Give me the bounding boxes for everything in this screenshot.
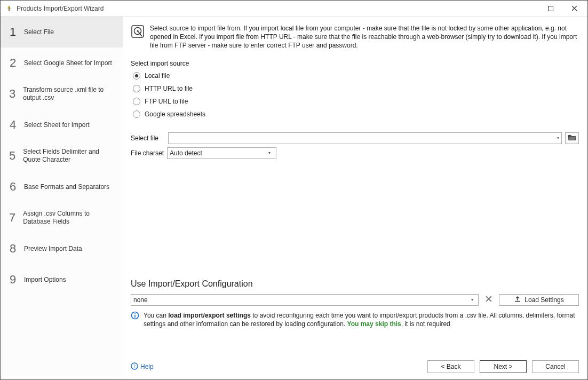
- radio-google-spreadsheets[interactable]: Google spreadsheets: [131, 109, 579, 120]
- maximize-button[interactable]: [538, 1, 562, 16]
- description-row: Select source to import file from. If yo…: [131, 24, 579, 50]
- step-label: Select Fields Delimiter and Quote Charac…: [23, 148, 116, 164]
- step-number: 1: [9, 25, 17, 39]
- cancel-button[interactable]: Cancel: [532, 360, 579, 373]
- load-settings-button[interactable]: Load Settings: [499, 294, 579, 306]
- radio-local-file[interactable]: Local file: [131, 70, 579, 81]
- select-file-label: Select file: [131, 134, 165, 142]
- dropdown-caret-icon[interactable]: ▾: [554, 136, 561, 140]
- step-2[interactable]: 2 Select Google Sheet for Import: [1, 48, 123, 78]
- config-note: You can load import/export settings to a…: [131, 311, 579, 328]
- radio-icon: [133, 110, 140, 118]
- step-label: Select File: [24, 28, 54, 36]
- radio-label: HTTP URL to file: [145, 85, 193, 92]
- config-note-text: You can load import/export settings to a…: [144, 311, 579, 328]
- radio-label: Google spreadsheets: [145, 110, 205, 118]
- step-number: 8: [9, 242, 17, 256]
- step-8[interactable]: 8 Preview Import Data: [1, 233, 123, 264]
- config-select[interactable]: none ▾: [131, 294, 479, 306]
- import-source-label: Select import source: [131, 60, 579, 67]
- step-label: Select Google Sheet for Import: [24, 59, 112, 67]
- body: 1 Select File 2 Select Google Sheet for …: [1, 17, 587, 379]
- next-button[interactable]: Next >: [480, 360, 527, 373]
- dropdown-caret-icon: ▾: [265, 151, 274, 155]
- radio-http-url[interactable]: HTTP URL to file: [131, 83, 579, 94]
- config-select-value: none: [133, 296, 468, 304]
- step-label: Select Sheet for Import: [24, 121, 90, 129]
- svg-rect-13: [134, 315, 136, 318]
- step-number: 9: [9, 273, 17, 287]
- dropdown-caret-icon: ▾: [468, 297, 476, 302]
- step-1[interactable]: 1 Select File: [1, 17, 123, 48]
- step-number: 4: [9, 118, 17, 132]
- step-7[interactable]: 7 Assign .csv Columns to Database Fields: [1, 202, 123, 233]
- step-number: 3: [9, 87, 15, 101]
- upload-icon: [514, 295, 521, 304]
- radio-icon: [133, 85, 140, 92]
- step-label: Assign .csv Columns to Database Fields: [23, 210, 116, 226]
- clear-config-button[interactable]: [483, 294, 495, 306]
- svg-point-12: [134, 313, 136, 314]
- radio-label: Local file: [145, 72, 170, 80]
- wizard-steps-sidebar: 1 Select File 2 Select Google Sheet for …: [1, 17, 123, 379]
- back-button[interactable]: < Back: [427, 360, 474, 373]
- import-source-group: Local file HTTP URL to file FTP URL to f…: [131, 70, 579, 120]
- svg-text:?: ?: [133, 363, 136, 369]
- window-title: Products Import/Export Wizard: [17, 5, 538, 12]
- step-9[interactable]: 9 Import Options: [1, 264, 123, 295]
- radio-icon: [133, 98, 140, 105]
- svg-rect-1: [548, 6, 553, 11]
- wizard-window: Products Import/Export Wizard 1 Select F…: [0, 0, 588, 380]
- step-number: 2: [9, 56, 17, 70]
- svg-rect-0: [9, 9, 10, 11]
- radio-icon: [133, 72, 140, 80]
- harddrive-icon: [131, 25, 145, 38]
- app-icon: [5, 4, 13, 13]
- step-label: Import Options: [24, 276, 66, 284]
- folder-open-icon: [568, 133, 576, 142]
- footer-buttons: < Back Next > Cancel: [427, 360, 579, 373]
- radio-ftp-url[interactable]: FTP URL to file: [131, 96, 579, 107]
- step-label: Base Formats and Separators: [24, 183, 109, 191]
- main-panel: Select source to import file from. If yo…: [123, 17, 587, 379]
- step-3[interactable]: 3 Transform source .xml file to output .…: [1, 78, 123, 109]
- close-button[interactable]: [562, 1, 586, 16]
- step-4[interactable]: 4 Select Sheet for Import: [1, 109, 123, 140]
- description-text: Select source to import file from. If yo…: [150, 24, 579, 50]
- help-icon: ?: [131, 362, 138, 371]
- load-settings-label: Load Settings: [525, 296, 563, 304]
- file-charset-label: File charset: [131, 149, 164, 157]
- select-file-input[interactable]: ▾: [168, 132, 562, 144]
- radio-label: FTP URL to file: [145, 98, 188, 105]
- close-icon: [486, 296, 492, 304]
- config-row: none ▾ Load Settings: [131, 294, 579, 306]
- config-section-title: Use Import/Export Configuration: [131, 279, 579, 289]
- step-label: Transform source .xml file to output .cs…: [23, 86, 116, 102]
- file-form: Select file ▾ File charset: [131, 132, 579, 159]
- select-file-text[interactable]: [169, 133, 554, 144]
- footer: ? Help < Back Next > Cancel: [131, 360, 579, 373]
- step-number: 7: [9, 211, 15, 225]
- file-charset-value: Auto detect: [170, 149, 265, 157]
- step-number: 6: [9, 180, 17, 194]
- step-label: Preview Import Data: [24, 245, 82, 253]
- titlebar: Products Import/Export Wizard: [1, 1, 587, 17]
- help-label: Help: [140, 363, 154, 370]
- info-icon: [131, 311, 139, 320]
- step-6[interactable]: 6 Base Formats and Separators: [1, 171, 123, 202]
- step-number: 5: [9, 149, 15, 163]
- browse-button[interactable]: [565, 132, 579, 144]
- help-link[interactable]: ? Help: [131, 362, 154, 371]
- file-charset-select[interactable]: Auto detect ▾: [167, 147, 276, 159]
- step-5[interactable]: 5 Select Fields Delimiter and Quote Char…: [1, 140, 123, 171]
